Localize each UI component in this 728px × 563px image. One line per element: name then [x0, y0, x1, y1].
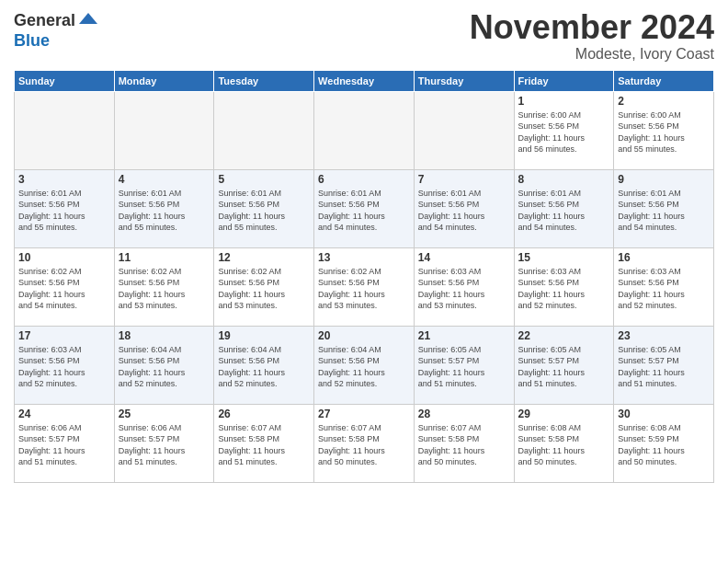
day-info: Sunrise: 6:04 AMSunset: 5:56 PMDaylight:… — [318, 344, 410, 390]
day-info: Sunrise: 6:07 AMSunset: 5:58 PMDaylight:… — [218, 422, 310, 468]
calendar-day-cell — [114, 91, 214, 169]
day-number: 13 — [318, 251, 410, 264]
calendar-day-cell: 15Sunrise: 6:03 AMSunset: 5:56 PMDayligh… — [514, 247, 614, 326]
day-number: 1 — [518, 95, 610, 108]
day-header-wednesday: Wednesday — [314, 70, 415, 91]
calendar-day-cell: 3Sunrise: 6:01 AMSunset: 5:56 PMDaylight… — [15, 169, 115, 247]
day-info: Sunrise: 6:05 AMSunset: 5:57 PMDaylight:… — [418, 344, 510, 390]
day-number: 6 — [318, 173, 410, 186]
calendar-day-cell: 24Sunrise: 6:06 AMSunset: 5:57 PMDayligh… — [15, 404, 115, 482]
day-number: 15 — [518, 251, 610, 264]
logo-general-text: General — [14, 11, 75, 30]
calendar-week-row: 24Sunrise: 6:06 AMSunset: 5:57 PMDayligh… — [15, 404, 714, 482]
day-info: Sunrise: 6:02 AMSunset: 5:56 PMDaylight:… — [119, 266, 210, 312]
calendar-day-cell: 17Sunrise: 6:03 AMSunset: 5:56 PMDayligh… — [15, 326, 115, 404]
svg-marker-0 — [79, 13, 97, 24]
day-number: 30 — [618, 408, 710, 420]
day-info: Sunrise: 6:01 AMSunset: 5:56 PMDaylight:… — [119, 188, 210, 234]
day-info: Sunrise: 6:05 AMSunset: 5:57 PMDaylight:… — [518, 344, 610, 390]
day-number: 16 — [618, 251, 710, 264]
day-number: 8 — [518, 173, 610, 186]
calendar-day-cell: 21Sunrise: 6:05 AMSunset: 5:57 PMDayligh… — [414, 326, 514, 404]
day-number: 19 — [218, 329, 310, 342]
calendar-day-cell: 5Sunrise: 6:01 AMSunset: 5:56 PMDaylight… — [214, 169, 314, 247]
day-info: Sunrise: 6:01 AMSunset: 5:56 PMDaylight:… — [618, 188, 710, 234]
calendar-day-cell: 27Sunrise: 6:07 AMSunset: 5:58 PMDayligh… — [314, 404, 415, 482]
calendar-day-cell: 19Sunrise: 6:04 AMSunset: 5:56 PMDayligh… — [214, 326, 314, 404]
calendar-day-cell: 10Sunrise: 6:02 AMSunset: 5:56 PMDayligh… — [15, 247, 115, 326]
day-info: Sunrise: 6:04 AMSunset: 5:56 PMDaylight:… — [119, 344, 210, 390]
logo-icon — [77, 9, 99, 31]
day-info: Sunrise: 6:00 AMSunset: 5:56 PMDaylight:… — [618, 109, 710, 155]
header: General Blue November 2024 Modeste, Ivor… — [14, 9, 714, 63]
day-info: Sunrise: 6:06 AMSunset: 5:57 PMDaylight:… — [18, 422, 110, 468]
calendar-day-cell: 16Sunrise: 6:03 AMSunset: 5:56 PMDayligh… — [614, 247, 714, 326]
day-info: Sunrise: 6:01 AMSunset: 5:56 PMDaylight:… — [218, 188, 310, 234]
calendar-day-cell: 22Sunrise: 6:05 AMSunset: 5:57 PMDayligh… — [514, 326, 614, 404]
calendar-day-cell — [214, 91, 314, 169]
day-info: Sunrise: 6:05 AMSunset: 5:57 PMDaylight:… — [618, 344, 710, 390]
calendar-day-cell: 7Sunrise: 6:01 AMSunset: 5:56 PMDaylight… — [414, 169, 514, 247]
day-info: Sunrise: 6:01 AMSunset: 5:56 PMDaylight:… — [18, 188, 110, 234]
calendar-day-cell: 4Sunrise: 6:01 AMSunset: 5:56 PMDaylight… — [114, 169, 214, 247]
day-info: Sunrise: 6:08 AMSunset: 5:58 PMDaylight:… — [518, 422, 610, 468]
logo: General Blue — [14, 9, 99, 51]
day-number: 22 — [518, 329, 610, 342]
day-number: 23 — [618, 329, 710, 342]
day-number: 24 — [18, 408, 110, 420]
day-info: Sunrise: 6:02 AMSunset: 5:56 PMDaylight:… — [18, 266, 110, 312]
calendar-day-cell — [414, 91, 514, 169]
day-info: Sunrise: 6:04 AMSunset: 5:56 PMDaylight:… — [218, 344, 310, 390]
calendar-day-cell: 6Sunrise: 6:01 AMSunset: 5:56 PMDaylight… — [314, 169, 415, 247]
calendar-day-cell: 20Sunrise: 6:04 AMSunset: 5:56 PMDayligh… — [314, 326, 415, 404]
day-number: 17 — [18, 329, 110, 342]
day-header-monday: Monday — [114, 70, 214, 91]
day-info: Sunrise: 6:02 AMSunset: 5:56 PMDaylight:… — [218, 266, 310, 312]
day-number: 28 — [418, 408, 510, 420]
day-info: Sunrise: 6:06 AMSunset: 5:57 PMDaylight:… — [119, 422, 210, 468]
day-number: 25 — [119, 408, 210, 420]
calendar-day-cell: 8Sunrise: 6:01 AMSunset: 5:56 PMDaylight… — [514, 169, 614, 247]
day-number: 11 — [119, 251, 210, 264]
calendar-day-cell: 11Sunrise: 6:02 AMSunset: 5:56 PMDayligh… — [114, 247, 214, 326]
title-section: November 2024 Modeste, Ivory Coast — [470, 9, 714, 63]
calendar-day-cell — [314, 91, 415, 169]
calendar-day-cell: 30Sunrise: 6:08 AMSunset: 5:59 PMDayligh… — [614, 404, 714, 482]
day-header-thursday: Thursday — [414, 70, 514, 91]
day-number: 9 — [618, 173, 710, 186]
day-info: Sunrise: 6:02 AMSunset: 5:56 PMDaylight:… — [318, 266, 410, 312]
day-number: 2 — [618, 95, 710, 108]
calendar-day-cell: 23Sunrise: 6:05 AMSunset: 5:57 PMDayligh… — [614, 326, 714, 404]
day-number: 18 — [119, 329, 210, 342]
calendar-day-cell: 14Sunrise: 6:03 AMSunset: 5:56 PMDayligh… — [414, 247, 514, 326]
day-info: Sunrise: 6:07 AMSunset: 5:58 PMDaylight:… — [418, 422, 510, 468]
day-info: Sunrise: 6:03 AMSunset: 5:56 PMDaylight:… — [18, 344, 110, 390]
day-header-tuesday: Tuesday — [214, 70, 314, 91]
day-info: Sunrise: 6:01 AMSunset: 5:56 PMDaylight:… — [318, 188, 410, 234]
calendar-week-row: 10Sunrise: 6:02 AMSunset: 5:56 PMDayligh… — [15, 247, 714, 326]
day-info: Sunrise: 6:03 AMSunset: 5:56 PMDaylight:… — [518, 266, 610, 312]
calendar-day-cell — [15, 91, 115, 169]
calendar-day-cell: 29Sunrise: 6:08 AMSunset: 5:58 PMDayligh… — [514, 404, 614, 482]
location-subtitle: Modeste, Ivory Coast — [470, 46, 714, 63]
calendar-day-cell: 12Sunrise: 6:02 AMSunset: 5:56 PMDayligh… — [214, 247, 314, 326]
calendar-day-cell: 18Sunrise: 6:04 AMSunset: 5:56 PMDayligh… — [114, 326, 214, 404]
month-title: November 2024 — [470, 9, 714, 46]
logo-blue-text: Blue — [14, 31, 50, 51]
day-info: Sunrise: 6:01 AMSunset: 5:56 PMDaylight:… — [418, 188, 510, 234]
day-info: Sunrise: 6:00 AMSunset: 5:56 PMDaylight:… — [518, 109, 610, 155]
day-number: 12 — [218, 251, 310, 264]
calendar-week-row: 3Sunrise: 6:01 AMSunset: 5:56 PMDaylight… — [15, 169, 714, 247]
day-info: Sunrise: 6:01 AMSunset: 5:56 PMDaylight:… — [518, 188, 610, 234]
calendar-week-row: 17Sunrise: 6:03 AMSunset: 5:56 PMDayligh… — [15, 326, 714, 404]
day-info: Sunrise: 6:07 AMSunset: 5:58 PMDaylight:… — [318, 422, 410, 468]
day-header-friday: Friday — [514, 70, 614, 91]
day-header-sunday: Sunday — [15, 70, 115, 91]
day-info: Sunrise: 6:03 AMSunset: 5:56 PMDaylight:… — [618, 266, 710, 312]
calendar-day-cell: 26Sunrise: 6:07 AMSunset: 5:58 PMDayligh… — [214, 404, 314, 482]
day-number: 7 — [418, 173, 510, 186]
calendar-header-row: SundayMondayTuesdayWednesdayThursdayFrid… — [15, 70, 714, 91]
day-number: 3 — [18, 173, 110, 186]
day-number: 26 — [218, 408, 310, 420]
day-number: 29 — [518, 408, 610, 420]
